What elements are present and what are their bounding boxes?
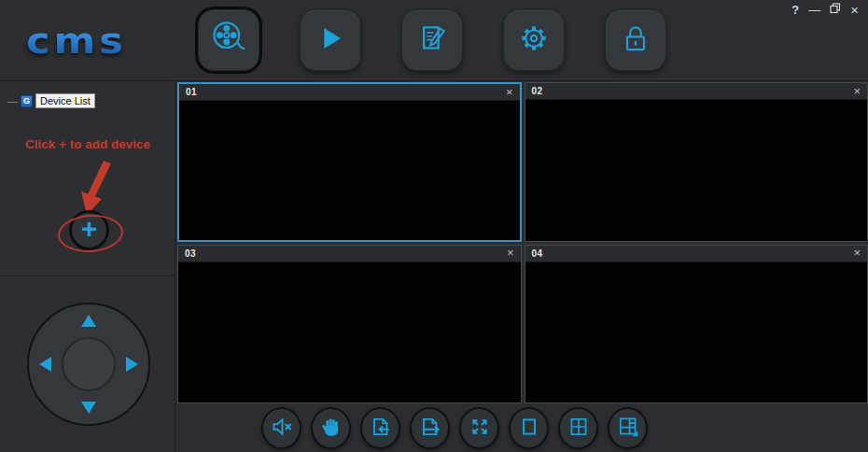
- hand-icon: [319, 415, 343, 443]
- bottom-toolbar: [261, 407, 648, 449]
- lock-icon: [618, 21, 653, 60]
- panel-header: 04 ×: [525, 246, 868, 262]
- fullscreen-button[interactable]: [459, 407, 499, 449]
- panel-header: 01 ×: [179, 84, 520, 101]
- film-reel-icon: [210, 20, 247, 61]
- sidebar: — G Device List Click + to add device +: [0, 81, 175, 452]
- close-button[interactable]: ×: [850, 4, 859, 17]
- panel-close-icon[interactable]: ×: [853, 248, 861, 258]
- edit-note-icon: [413, 20, 451, 61]
- video-panel-02[interactable]: 02 ×: [525, 82, 868, 242]
- panel-close-icon[interactable]: ×: [507, 248, 514, 258]
- panel-id-label: 04: [532, 248, 543, 259]
- panel-header: 02 ×: [525, 83, 868, 100]
- page-arrow-right-icon: [418, 415, 442, 443]
- device-group-icon: G: [21, 95, 33, 107]
- expand-arrows-icon: [468, 415, 492, 443]
- nav-lock-button[interactable]: [605, 9, 666, 71]
- mute-button[interactable]: [261, 407, 301, 449]
- video-area[interactable]: [525, 100, 868, 241]
- video-grid: 01 × 02 × 03 × 04 ×: [177, 82, 868, 403]
- nav-settings-button[interactable]: [503, 9, 565, 71]
- device-list-label[interactable]: Device List: [35, 93, 95, 108]
- layout-grid-icon: [616, 415, 640, 443]
- multi-view-button[interactable]: [608, 407, 648, 449]
- video-panel-01[interactable]: 01 ×: [177, 82, 522, 242]
- restore-window-icon: [830, 3, 841, 17]
- ptz-right-arrow[interactable]: [126, 357, 138, 372]
- play-icon: [312, 20, 349, 61]
- panel-id-label: 01: [186, 87, 197, 97]
- restore-button[interactable]: [830, 3, 841, 17]
- nav-live-view-button[interactable]: [198, 9, 259, 71]
- nav-playback-button[interactable]: [300, 9, 361, 71]
- video-panel-03[interactable]: 03 ×: [177, 245, 522, 404]
- ptz-up-arrow[interactable]: [81, 315, 96, 327]
- grid-2x2-icon: [567, 415, 591, 443]
- nav-log-button[interactable]: [401, 9, 463, 71]
- help-button[interactable]: ?: [791, 4, 799, 17]
- panel-close-icon[interactable]: ×: [853, 87, 861, 96]
- page-arrow-left-icon: [369, 415, 393, 443]
- ptz-center-knob[interactable]: [62, 337, 116, 391]
- panel-id-label: 02: [532, 86, 543, 96]
- next-page-button[interactable]: [410, 407, 450, 449]
- single-view-button[interactable]: [509, 407, 549, 449]
- annotation-text: Click + to add device: [11, 137, 164, 151]
- panel-id-label: 03: [185, 248, 196, 259]
- quad-view-button[interactable]: [558, 407, 598, 449]
- video-area[interactable]: [525, 262, 868, 403]
- video-panel-04[interactable]: 04 ×: [525, 245, 868, 404]
- pan-button[interactable]: [311, 407, 351, 449]
- ptz-control-pad: [27, 303, 150, 426]
- add-device-button[interactable]: +: [69, 210, 109, 250]
- video-area[interactable]: [178, 262, 521, 403]
- gear-icon: [516, 21, 552, 60]
- tree-expander[interactable]: —: [7, 96, 18, 106]
- single-square-icon: [517, 415, 541, 443]
- sidebar-divider: [0, 275, 175, 276]
- app-logo: cms: [26, 19, 127, 62]
- ptz-left-arrow[interactable]: [39, 357, 51, 372]
- top-bar: cms: [0, 0, 868, 81]
- panel-header: 03 ×: [178, 246, 521, 262]
- panel-close-icon[interactable]: ×: [506, 88, 513, 97]
- prev-page-button[interactable]: [360, 407, 400, 449]
- ptz-down-arrow[interactable]: [81, 402, 96, 414]
- video-area[interactable]: [179, 101, 520, 240]
- speaker-mute-icon: [270, 415, 294, 443]
- minimize-button[interactable]: —: [808, 4, 820, 17]
- window-controls: ? — ×: [791, 3, 859, 17]
- device-tree-root[interactable]: — G Device List: [7, 93, 95, 108]
